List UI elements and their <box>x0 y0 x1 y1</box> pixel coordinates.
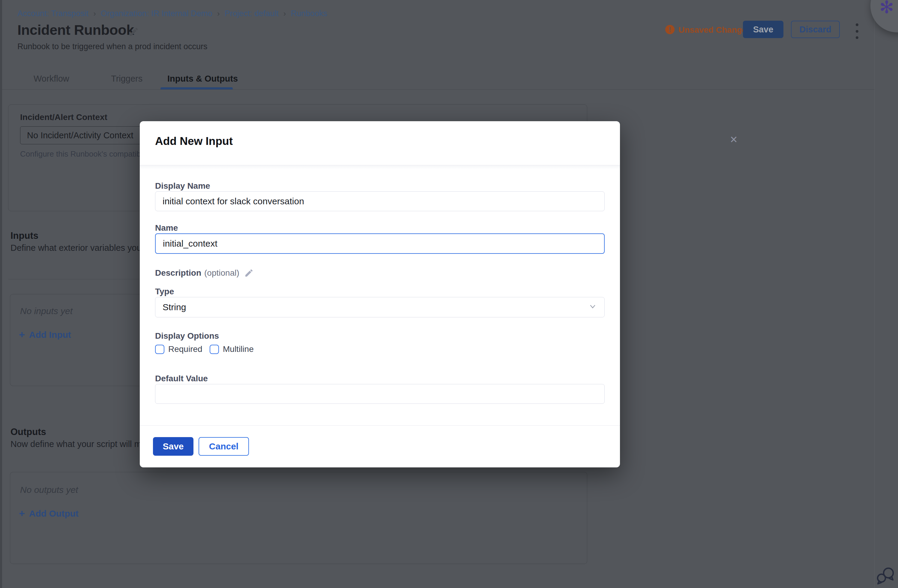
inputs-description: Define what exterior variables your <box>11 243 144 253</box>
modal-title: Add New Input <box>155 135 233 148</box>
type-label: Type <box>155 287 174 296</box>
multiline-checkbox-group[interactable]: Multiline <box>210 345 254 354</box>
page-subtitle: Runbook to be triggered when a prod inci… <box>17 42 207 51</box>
tab-triggers[interactable]: Triggers <box>111 74 143 84</box>
flower-logo-icon: ✻ <box>880 0 894 17</box>
outputs-description: Now define what your script will ma <box>11 439 146 449</box>
unsaved-changes-badge: Unsaved Changes <box>678 25 751 35</box>
add-output-button[interactable]: + Add Output <box>19 508 78 519</box>
edit-title-pencil-icon[interactable] <box>128 26 139 37</box>
modal-cancel-button[interactable]: Cancel <box>198 437 249 456</box>
outputs-empty-card <box>10 472 587 564</box>
required-checkbox-label: Required <box>168 345 203 354</box>
add-input-label: Add Input <box>29 330 71 340</box>
name-label: Name <box>155 223 178 233</box>
chat-bubbles-icon[interactable] <box>876 566 896 585</box>
breadcrumb: Account: Transposit › Organization: IR I… <box>17 9 327 18</box>
no-outputs-text: No outputs yet <box>20 485 78 495</box>
warning-icon: ! <box>665 25 675 34</box>
plus-icon: + <box>19 508 25 519</box>
breadcrumb-project-link[interactable]: Project: default <box>224 9 278 18</box>
required-checkbox-group[interactable]: Required <box>155 345 203 354</box>
kebab-menu-button[interactable] <box>853 23 861 39</box>
app-screen: Account: Transposit › Organization: IR I… <box>0 0 898 588</box>
tabs-bottom-border <box>2 89 874 90</box>
display-name-label: Display Name <box>155 181 210 191</box>
multiline-checkbox-label: Multiline <box>223 345 254 354</box>
close-icon[interactable]: × <box>730 133 738 146</box>
modal-header-divider <box>140 165 620 169</box>
right-rail-divider <box>874 0 875 588</box>
page-title: Incident Runbook <box>17 22 134 38</box>
required-checkbox[interactable] <box>155 345 165 354</box>
edit-description-pencil-icon[interactable] <box>244 268 254 278</box>
default-value-input[interactable] <box>155 384 605 404</box>
breadcrumb-runbooks-link[interactable]: Runbooks <box>291 9 327 18</box>
name-input[interactable] <box>155 233 605 254</box>
context-label: Incident/Alert Context <box>20 112 108 122</box>
add-new-input-modal: Add New Input × Display Name Name Descri… <box>140 121 620 467</box>
default-value-label: Default Value <box>155 374 208 383</box>
window-left-edge <box>0 0 2 588</box>
type-select[interactable]: String <box>155 297 605 317</box>
tab-workflow[interactable]: Workflow <box>34 74 69 84</box>
display-name-input[interactable] <box>155 191 605 211</box>
header-discard-button[interactable]: Discard <box>791 21 840 38</box>
chevron-right-icon: › <box>93 9 96 18</box>
chevron-right-icon: › <box>283 9 286 18</box>
tab-inputs-outputs[interactable]: Inputs & Outputs <box>168 74 238 84</box>
display-options-label: Display Options <box>155 331 219 341</box>
add-output-label: Add Output <box>29 508 78 519</box>
modal-footer-divider <box>140 425 620 426</box>
add-input-button[interactable]: + Add Input <box>19 329 71 340</box>
context-helper-text: Configure this Runbook's compatibi <box>20 149 143 159</box>
breadcrumb-account-link[interactable]: Account: Transposit <box>17 9 89 18</box>
description-label: Description <box>155 268 201 278</box>
chevron-down-icon <box>588 303 597 311</box>
breadcrumb-organization-link[interactable]: Organization: IR Internal Demo <box>101 9 212 18</box>
outputs-heading: Outputs <box>11 426 46 437</box>
description-label-row: Description (optional) <box>155 268 254 278</box>
no-inputs-text: No inputs yet <box>20 306 72 316</box>
plus-icon: + <box>19 329 25 340</box>
description-optional-label: (optional) <box>204 268 239 278</box>
chevron-right-icon: › <box>217 9 220 18</box>
multiline-checkbox[interactable] <box>210 345 219 354</box>
modal-save-button[interactable]: Save <box>153 437 194 456</box>
type-select-value: String <box>163 302 186 312</box>
header-save-button[interactable]: Save <box>743 21 783 38</box>
inputs-heading: Inputs <box>11 230 38 241</box>
